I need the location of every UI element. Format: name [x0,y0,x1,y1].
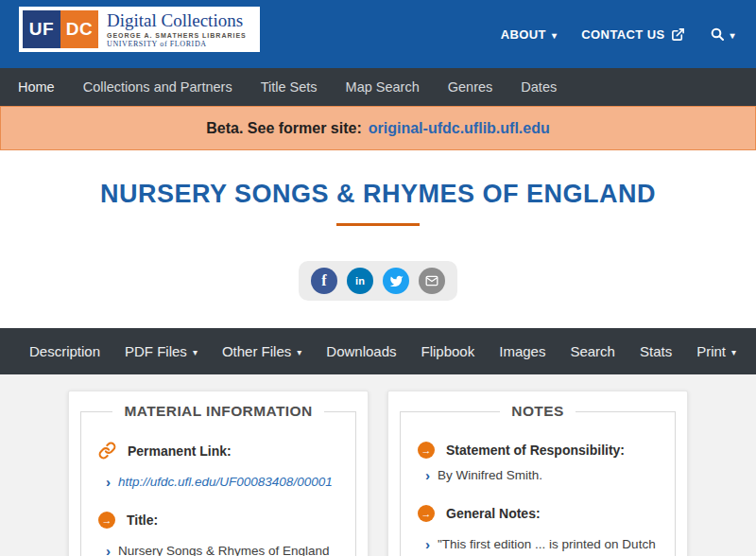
contact-us-label: CONTACT US [581,27,664,42]
statement-of-responsibility-label: Statement of Responsibility: [446,443,625,458]
title-value-row: › Nursery Songs & Rhymes of England [106,542,342,556]
chevron-right-icon: › [425,466,430,485]
arrow-right-icon: → [418,442,435,459]
toolbar-search[interactable]: Search [558,343,627,359]
page: UF DC Digital Collections GEORGE A. SMAT… [0,0,756,556]
chevron-right-icon: › [106,542,111,556]
arrow-right-icon: → [418,505,435,522]
nav-item-home[interactable]: Home [4,79,69,95]
logo-subtitle-libraries: GEORGE A. SMATHERS LIBRARIES [107,32,247,39]
envelope-icon [425,274,438,287]
title-section: NURSERY SONGS & RHYMES OF ENGLAND f in [0,150,756,328]
notes-panel: NOTES → Statement of Responsibility: › B… [387,391,688,556]
statement-of-responsibility-label-row: → Statement of Responsibility: [418,442,660,459]
dc-logo-tile: DC [60,10,98,48]
permanent-link-label-row: Permanent Link: [98,442,340,460]
ufdc-logo[interactable]: UF DC Digital Collections GEORGE A. SMAT… [19,7,260,52]
permalink-chain-icon [98,442,116,460]
toolbar-send[interactable]: Send [748,343,756,359]
toolbar-pdf-files-menu[interactable]: PDF Files▾ [112,343,210,359]
chevron-down-icon: ▾ [193,347,198,357]
statement-of-responsibility-value: By Winifred Smith. [438,466,542,485]
nav-item-map-search[interactable]: Map Search [332,79,434,95]
general-notes-value: "This first edition ... is printed on Du… [438,535,662,556]
statement-of-responsibility-value-row: › By Winifred Smith. [425,466,662,485]
notes-fieldset: NOTES → Statement of Responsibility: › B… [400,403,676,556]
toolbar-right-group: Stats Print▾ Send [627,343,756,359]
logo-subtitle-university: UNIVERSITY of FLORIDA [107,40,247,48]
twitter-bird-icon [389,274,404,288]
email-icon[interactable] [419,268,445,294]
general-notes-label-row: → General Notes: [418,505,660,522]
material-information-fieldset: MATERIAL INFORMATION Permanent Link: › h… [80,403,356,556]
beta-banner: Beta. See former site: original-ufdc.ufl… [0,106,756,150]
notes-legend: NOTES [500,403,575,420]
beta-banner-text: Beta. See former site: [206,120,362,137]
title-label-row: → Title: [98,512,340,529]
logo-text: Digital Collections GEORGE A. SMATHERS L… [98,10,256,48]
arrow-right-icon: → [98,512,115,529]
facebook-icon[interactable]: f [311,268,337,294]
nav-item-collections-and-partners[interactable]: Collections and Partners [69,79,247,95]
metadata-section: MATERIAL INFORMATION Permanent Link: › h… [0,374,756,556]
toolbar-other-files-menu[interactable]: Other Files▾ [210,343,314,359]
former-site-link[interactable]: original-ufdc.uflib.ufl.edu [369,120,550,137]
search-menu[interactable]: ▾ [710,26,735,42]
chevron-right-icon: › [106,473,111,492]
about-menu[interactable]: ABOUT ▾ [501,27,558,42]
toolbar-stats[interactable]: Stats [627,343,684,359]
linkedin-icon[interactable]: in [347,268,373,294]
twitter-icon[interactable] [383,268,409,294]
chevron-down-icon: ▾ [731,347,736,357]
chevron-down-icon: ▾ [552,30,557,41]
logo-title: Digital Collections [107,11,247,30]
social-share-bar: f in [299,261,457,301]
chevron-down-icon: ▾ [297,347,301,357]
general-notes-label: General Notes: [446,506,541,521]
title-label: Title: [127,513,158,528]
toolbar-downloads[interactable]: Downloads [314,343,408,359]
general-notes-value-row: › "This first edition ... is printed on … [425,535,662,556]
chevron-down-icon: ▾ [730,30,735,41]
toolbar-images[interactable]: Images [487,343,558,359]
toolbar-print-menu[interactable]: Print▾ [684,343,748,359]
permanent-link-row: › http://ufdc.ufl.edu/UF00083408/00001 [106,473,342,492]
toolbar-left-group: Description PDF Files▾ Other Files▾ Down… [17,343,627,359]
about-label: ABOUT [501,27,546,42]
toolbar-description[interactable]: Description [17,343,112,359]
material-information-panel: MATERIAL INFORMATION Permanent Link: › h… [68,391,369,556]
chevron-right-icon: › [425,535,430,556]
permanent-link[interactable]: http://ufdc.ufl.edu/UF00083408/00001 [118,473,333,492]
title-value: Nursery Songs & Rhymes of England [118,542,330,556]
toolbar-flipbook[interactable]: Flipbook [409,343,488,359]
main-nav: Home Collections and Partners Title Sets… [0,68,756,106]
search-icon [710,26,725,42]
material-information-legend: MATERIAL INFORMATION [112,403,323,420]
permanent-link-label: Permanent Link: [128,443,232,459]
contact-us-link[interactable]: CONTACT US [581,27,684,42]
nav-item-dates[interactable]: Dates [507,79,571,95]
site-header: UF DC Digital Collections GEORGE A. SMAT… [0,0,756,68]
external-link-icon [671,27,685,42]
uf-logo-tile: UF [23,10,60,48]
item-toolbar: Description PDF Files▾ Other Files▾ Down… [0,328,756,374]
page-title: NURSERY SONGS & RHYMES OF ENGLAND [0,180,756,209]
nav-item-genres[interactable]: Genres [434,79,507,95]
nav-item-title-sets[interactable]: Title Sets [247,79,332,95]
header-utilities: ABOUT ▾ CONTACT US ▾ [501,26,735,42]
